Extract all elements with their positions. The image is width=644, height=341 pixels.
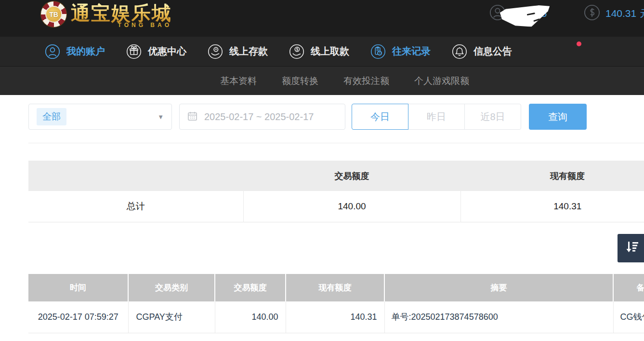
subnav-item-credit-transfer[interactable]: 额度转换 — [282, 75, 318, 87]
quick-range-yesterday[interactable]: 昨日 — [408, 104, 465, 130]
nav-label: 线上取款 — [311, 45, 349, 58]
nav-label: 线上存款 — [229, 45, 268, 58]
notification-dot — [577, 41, 581, 46]
tx-remark: CG钱包 — [613, 301, 644, 333]
calendar-icon — [187, 110, 198, 123]
records-icon — [370, 44, 386, 59]
tx-header-row: 时间 交易类别 交易额度 现有额度 摘要 备注 — [28, 274, 644, 301]
tx-col-time: 时间 — [28, 274, 128, 301]
chevron-down-icon: ▼ — [158, 113, 164, 121]
tx-col-trade-amount: 交易额度 — [215, 274, 286, 301]
date-range-value: 2025-02-17 ~ 2025-02-17 — [204, 111, 314, 123]
dollar-icon — [584, 4, 600, 23]
tx-trade-amount: 140.00 — [215, 301, 286, 333]
date-range-input[interactable]: 2025-02-17 ~ 2025-02-17 — [179, 104, 345, 130]
balance-amount: 140.31 — [605, 8, 636, 19]
subnav-item-game-limits[interactable]: 个人游戏限额 — [414, 75, 469, 87]
main-nav: 我的账户 优惠中心 — [0, 37, 644, 66]
deposit-icon — [208, 44, 223, 59]
tx-col-type: 交易类别 — [128, 274, 215, 301]
summary-header-row: 交易额度 现有额度 — [28, 161, 644, 191]
sort-button[interactable] — [618, 234, 644, 262]
tx-summary: 单号:202502173874578600 — [384, 301, 613, 333]
poker-chip-icon: TB — [41, 1, 66, 27]
summary-col-trade-amount: 交易额度 — [243, 161, 460, 191]
summary-total-row: 总计 140.00 140.31 — [28, 191, 644, 222]
tx-col-summary: 摘要 — [384, 274, 613, 301]
filter-row: 全部 ▼ 2025-02-17 ~ 2025-02-17 今日 昨日 近8日 查… — [28, 104, 587, 130]
summary-total-current-amount: 140.31 — [460, 191, 644, 222]
table-row: 2025-02-17 07:59:27 CGPAY支付 140.00 140.3… — [28, 301, 644, 333]
nav-label: 优惠中心 — [148, 45, 186, 58]
page: TB 通宝娱乐城 TONG BAO 25 — [0, 0, 644, 341]
nav-item-announcements[interactable]: 信息公告 — [452, 44, 512, 59]
user-icon — [45, 44, 60, 59]
type-selected-value: 全部 — [37, 108, 66, 125]
summary-total-label: 总计 — [28, 191, 243, 222]
nav-label: 我的账户 — [66, 45, 105, 58]
bell-icon — [452, 44, 467, 59]
nav-label: 信息公告 — [473, 45, 512, 58]
nav-item-promotions[interactable]: 优惠中心 — [126, 44, 186, 59]
withdraw-icon — [289, 44, 304, 59]
divider — [28, 143, 644, 143]
tx-time: 2025-02-17 07:59:27 — [28, 301, 128, 333]
summary-col-blank — [28, 161, 243, 191]
nav-label: 往来记录 — [392, 45, 431, 58]
nav-item-deposit[interactable]: 线上存款 — [208, 44, 268, 59]
topbar: TB 通宝娱乐城 TONG BAO 25 — [0, 0, 644, 37]
summary-col-current-amount: 现有额度 — [460, 161, 644, 191]
balance-unit: 元 — [640, 7, 644, 20]
chip-label: TB — [45, 6, 62, 23]
brand-logo[interactable]: TB 通宝娱乐城 TONG BAO — [41, 1, 172, 28]
tx-type: CGPAY支付 — [128, 301, 215, 333]
sub-nav: 基本资料 额度转换 有效投注额 个人游戏限额 — [0, 66, 644, 95]
tx-col-current-amount: 现有额度 — [286, 274, 384, 301]
quick-range-today[interactable]: 今日 — [352, 104, 408, 130]
type-select[interactable]: 全部 ▼ — [28, 104, 172, 130]
tx-current-amount: 140.31 — [286, 301, 384, 333]
quick-range-8days[interactable]: 近8日 — [464, 104, 521, 130]
balance[interactable]: 140.31 元 — [584, 4, 644, 23]
nav-item-my-account[interactable]: 我的账户 — [45, 44, 105, 59]
subnav-item-valid-bets[interactable]: 有效投注额 — [343, 75, 389, 87]
nav-item-withdraw[interactable]: 线上取款 — [289, 44, 349, 59]
quick-range-group: 今日 昨日 近8日 — [352, 104, 521, 130]
brand-text: 通宝娱乐城 TONG BAO — [71, 1, 172, 28]
gift-icon — [126, 44, 142, 59]
subnav-item-basic-info[interactable]: 基本资料 — [220, 75, 257, 87]
query-button[interactable]: 查询 — [529, 104, 587, 130]
summary-total-trade-amount: 140.00 — [243, 191, 460, 222]
tx-col-remark: 备注 — [613, 274, 644, 301]
summary-table: 交易额度 现有额度 总计 140.00 140.31 — [28, 161, 644, 222]
transactions-table: 时间 交易类别 交易额度 现有额度 摘要 备注 2025-02-17 07:59… — [28, 274, 644, 333]
nav-item-records[interactable]: 往来记录 — [370, 44, 431, 59]
sort-descending-icon — [624, 239, 640, 257]
